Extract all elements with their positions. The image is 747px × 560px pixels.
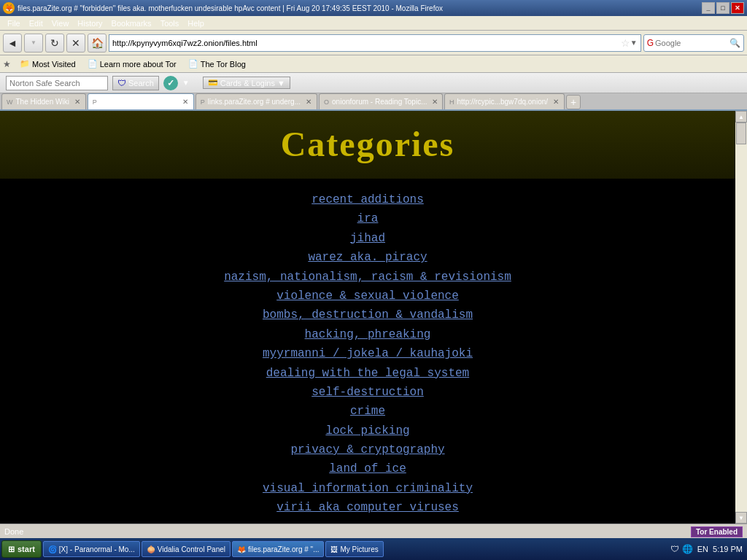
status-text: Done (4, 527, 23, 536)
category-visual[interactable]: visual information criminality (0, 479, 735, 498)
search-input[interactable] (655, 39, 728, 47)
tab-bar: W The Hidden Wiki ✕ P files.paraZite.org… (0, 93, 747, 111)
close-button[interactable]: ✕ (731, 2, 744, 14)
taskbar-vidalia-icon: 🧅 (147, 545, 155, 553)
norton-search-box[interactable] (6, 76, 108, 90)
back-dropdown[interactable]: ▼ (31, 39, 36, 46)
window-title: files.paraZite.org # "forbidden" files a… (18, 4, 443, 12)
new-tab-button[interactable]: + (566, 95, 581, 109)
tab-onionforum[interactable]: O onionforum - Reading Topic... ✕ (319, 93, 443, 109)
back-button[interactable]: ◄ (3, 34, 22, 52)
scroll-down-button[interactable]: ▼ (735, 512, 747, 524)
taskbar: ⊞ start 🌀 [X] - Paranormal - Mo... 🧅 Vid… (0, 538, 747, 560)
category-violence[interactable]: violence & sexual violence (0, 287, 735, 306)
address-dropdown[interactable]: ▼ (630, 39, 638, 47)
cards-dropdown-icon: ▼ (277, 79, 285, 88)
category-hacking[interactable]: hacking, phreaking (0, 325, 735, 344)
page-title: Categories (0, 124, 735, 164)
category-privacy[interactable]: privacy & cryptography (0, 440, 735, 459)
category-recent-additions[interactable]: recent additions (0, 190, 735, 209)
scroll-thumb[interactable] (736, 122, 746, 144)
tab-close-wiki[interactable]: ✕ (74, 98, 81, 106)
menu-view[interactable]: View (47, 18, 74, 28)
category-lock-picking[interactable]: lock picking (0, 421, 735, 440)
tray-network-icon: 🌐 (682, 544, 693, 554)
taskbar-paranormal[interactable]: 🌀 [X] - Paranormal - Mo... (43, 541, 140, 557)
taskbar-firefox[interactable]: 🦊 files.paraZite.org # "... (232, 541, 324, 557)
tray-clock: 5:19 PM (713, 545, 743, 553)
search-box: G 🔍 (643, 34, 744, 52)
category-myyrmanni[interactable]: myyrmanni / jokela / kauhajoki (0, 344, 735, 363)
navigation-bar: ◄ ▼ ↻ ✕ 🏠 ☆ ▼ G 🔍 (0, 31, 747, 55)
status-bar: Done Tor Enabled (0, 524, 747, 538)
tab-favicon-rcypic: H (449, 98, 454, 106)
scroll-up-button[interactable]: ▲ (735, 111, 747, 122)
tab-close-rcypic[interactable]: ✕ (552, 98, 560, 106)
menu-edit[interactable]: Edit (25, 18, 47, 28)
tab-rcypic[interactable]: H http://rcypic...bgw7dq.onion/ ✕ (444, 93, 565, 109)
taskbar-pictures[interactable]: 🖼 My Pictures (325, 541, 383, 557)
taskbar-pictures-icon: 🖼 (330, 545, 338, 553)
tab-close-onion[interactable]: ✕ (431, 98, 438, 106)
cards-logins-button[interactable]: 💳 Cards & Logins ▼ (203, 77, 290, 89)
category-bombs[interactable]: bombs, destruction & vandalism (0, 306, 735, 324)
menu-bookmarks[interactable]: Bookmarks (107, 18, 156, 28)
category-self-destruction[interactable]: self-destruction (0, 383, 735, 402)
bookmark-most-visited[interactable]: 📁 Most Visited (17, 58, 79, 69)
menu-file[interactable]: File (3, 18, 25, 28)
norton-shield-icon: 🛡 (117, 78, 126, 88)
tab-parazite[interactable]: P files.paraZite.org # "fo... ✕ (88, 93, 194, 109)
tab-close-links[interactable]: ✕ (305, 98, 312, 106)
category-ira[interactable]: ira (0, 209, 735, 228)
tray-security-icon: 🛡 (670, 544, 679, 554)
minimize-button[interactable]: _ (702, 2, 715, 14)
tab-favicon-links: P (201, 98, 205, 106)
bookmarks-bar: ★ 📁 Most Visited 📄 Learn more about Tor … (0, 55, 747, 73)
bookmark-page-icon: 📄 (88, 59, 98, 69)
taskbar-vidalia[interactable]: 🧅 Vidalia Control Panel (142, 541, 231, 557)
tab-favicon-parazite: P (93, 98, 97, 106)
safe-dropdown[interactable]: ▼ (182, 79, 190, 87)
taskbar-firefox-icon: 🦊 (237, 545, 246, 553)
menu-history[interactable]: History (73, 18, 107, 28)
tab-close-parazite[interactable]: ✕ (182, 98, 189, 106)
category-jihad[interactable]: jihad (0, 229, 735, 248)
tray-language: EN (697, 545, 708, 553)
category-land-of-ice[interactable]: land of ice (0, 459, 735, 478)
category-legal[interactable]: dealing with the legal system (0, 364, 735, 383)
search-engine-icon: G (647, 38, 654, 48)
home-button[interactable]: 🏠 (88, 34, 107, 52)
system-tray: 🛡 🌐 (670, 544, 693, 554)
scrollbar[interactable]: ▲ ▼ (735, 111, 747, 524)
menu-bar: File Edit View History Bookmarks Tools H… (0, 16, 747, 31)
norton-search-button[interactable]: 🛡 Search (112, 76, 159, 90)
bookmark-tor-blog[interactable]: 📄 The Tor Blog (185, 58, 249, 69)
norton-search-input[interactable] (9, 79, 104, 88)
address-bar[interactable]: ☆ ▼ (109, 34, 641, 52)
page-scroll-container[interactable]: Categories recent additions ira jihad wa… (0, 111, 747, 524)
category-virii[interactable]: virii aka computer viruses (0, 498, 735, 517)
star-icon[interactable]: ☆ (621, 37, 630, 49)
categories-list: recent additions ira jihad warez aka. pi… (0, 179, 735, 524)
cards-icon: 💳 (208, 78, 218, 88)
search-submit-icon[interactable]: 🔍 (729, 38, 740, 48)
bookmarks-star-icon: ★ (3, 59, 11, 69)
category-warez[interactable]: warez aka. piracy (0, 248, 735, 267)
category-crime[interactable]: crime (0, 402, 735, 421)
address-input[interactable] (112, 39, 621, 47)
main-content: Categories recent additions ira jihad wa… (0, 111, 747, 524)
menu-tools[interactable]: Tools (156, 18, 184, 28)
tab-favicon-wiki: W (7, 98, 13, 106)
reload-button[interactable]: ↻ (45, 34, 64, 52)
start-button[interactable]: ⊞ start (1, 540, 42, 558)
tab-links-parazite[interactable]: P links.paraZite.org # underg... ✕ (196, 93, 317, 109)
menu-help[interactable]: Help (183, 18, 209, 28)
category-nazism[interactable]: nazism, nationalism, racism & revisionis… (0, 268, 735, 287)
maximize-button[interactable]: □ (716, 2, 729, 14)
bookmark-icon: 📁 (20, 59, 30, 69)
bookmark-learn-tor[interactable]: 📄 Learn more about Tor (85, 58, 179, 69)
tab-hidden-wiki[interactable]: W The Hidden Wiki ✕ (1, 93, 86, 109)
stop-button[interactable]: ✕ (66, 34, 85, 52)
scroll-track[interactable] (735, 122, 747, 512)
tab-favicon-onion: O (324, 98, 329, 106)
